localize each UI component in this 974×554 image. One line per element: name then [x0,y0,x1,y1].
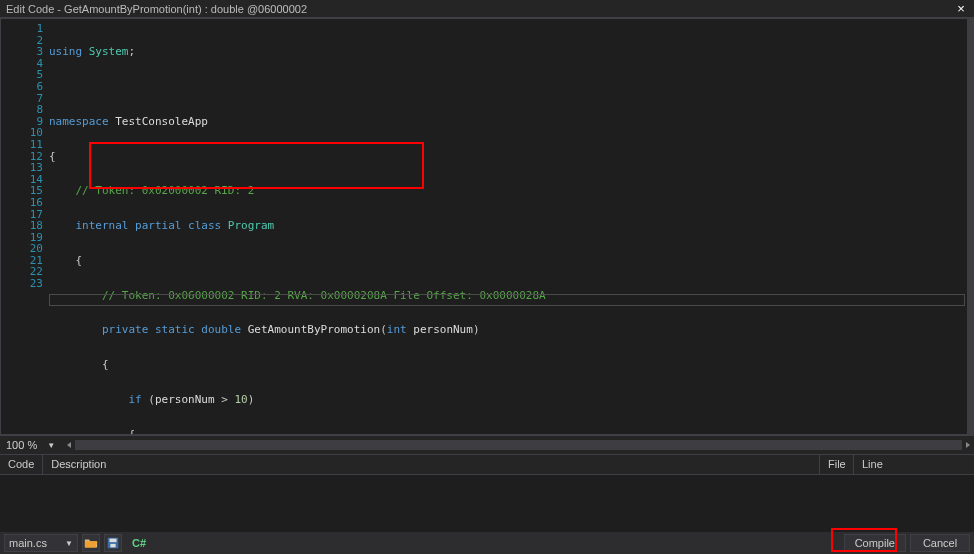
file-dropdown-label: main.cs [9,537,47,549]
line-number-gutter: 1234567891011121314151617181920212223 [1,19,49,434]
close-icon[interactable]: × [954,2,968,16]
line-number: 8 [1,104,43,116]
code-editor[interactable]: 1234567891011121314151617181920212223 us… [0,18,967,435]
bottom-toolbar: main.cs ▼ C# Compile Cancel [0,532,974,554]
save-file-icon[interactable] [104,534,122,552]
language-badge: C# [132,537,146,549]
errorlist-col-line[interactable]: Line [854,455,974,474]
floppy-icon [106,536,120,550]
line-number: 16 [1,197,43,209]
errorlist-body[interactable] [0,475,974,532]
line-number: 6 [1,81,43,93]
errorlist-col-description[interactable]: Description [43,455,820,474]
file-dropdown[interactable]: main.cs ▼ [4,534,78,552]
errorlist-col-file[interactable]: File [820,455,854,474]
folder-icon [84,536,98,550]
zoom-dropdown-icon[interactable]: ▼ [45,439,57,451]
chevron-down-icon: ▼ [65,539,73,548]
svg-rect-1 [110,539,117,543]
open-file-icon[interactable] [82,534,100,552]
errorlist-header: Code Description File Line [0,455,974,475]
horizontal-scrollbar[interactable] [75,440,962,450]
line-number: 23 [1,278,43,290]
zoom-level: 100 % [0,439,43,451]
editor-statusbar: 100 % ▼ [0,435,974,455]
code-area[interactable]: using System; namespace TestConsoleApp {… [49,19,967,434]
cancel-button[interactable]: Cancel [910,534,970,552]
line-number: 11 [1,139,43,151]
svg-rect-2 [110,544,115,548]
vertical-scrollbar[interactable] [967,18,974,435]
line-number: 1 [1,23,43,35]
titlebar: Edit Code - GetAmountByPromotion(int) : … [0,0,974,18]
line-number: 13 [1,162,43,174]
line-number: 18 [1,220,43,232]
errorlist-col-code[interactable]: Code [0,455,43,474]
window-title: Edit Code - GetAmountByPromotion(int) : … [6,3,954,15]
compile-button[interactable]: Compile [844,534,906,552]
